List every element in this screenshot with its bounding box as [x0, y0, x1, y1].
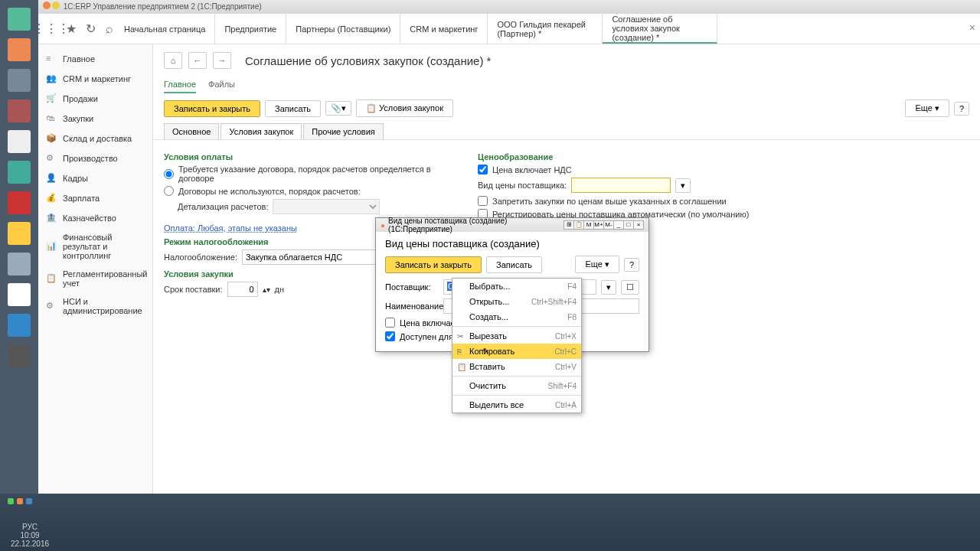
desktop-icon[interactable] [8, 8, 31, 31]
sidebar-item[interactable]: ⚙НСИ и администрирование [38, 292, 152, 320]
ban-checkbox[interactable] [478, 196, 488, 206]
sidebar-icon: 📦 [46, 133, 57, 144]
sidebar-item[interactable]: 👤Кадры [38, 168, 152, 188]
sidebar-item[interactable]: 🏦Казначейство [38, 208, 152, 228]
save-close-button[interactable]: Записать и закрыть [164, 100, 260, 117]
context-menu-item[interactable]: ОчиститьShift+F4 [452, 378, 581, 393]
sidebar-item[interactable]: 🛍Закупки [38, 109, 152, 129]
dlg-save-button[interactable]: Записать [486, 256, 542, 273]
search-icon[interactable]: ⌕ [103, 22, 115, 36]
desktop-icon[interactable] [8, 344, 31, 367]
desktop-icon[interactable] [8, 191, 31, 214]
attach-button[interactable]: 📎▾ [325, 101, 351, 116]
nav-tab[interactable]: Начальная страница [115, 14, 215, 44]
nav-tab[interactable]: Предприятие [215, 14, 286, 44]
tax-input[interactable] [242, 249, 395, 265]
vat-checkbox[interactable] [478, 165, 488, 174]
sidebar-icon: ⚙ [46, 153, 57, 164]
sidebar-item[interactable]: 📦Склад и доставка [38, 129, 152, 148]
apps-icon[interactable]: ⋮⋮⋮ [44, 22, 58, 36]
home-button[interactable]: ⌂ [164, 52, 182, 69]
inner-tabs: ОсновноеУсловия закупокПрочие условия [153, 123, 980, 140]
top-toolbar: ⋮⋮⋮ ★ ↻ ⌕ Начальная страницаПредприятиеП… [38, 14, 980, 44]
desktop-icon[interactable] [8, 99, 31, 122]
detail-select [273, 199, 380, 214]
sidebar-icon: 📋 [46, 273, 57, 284]
taskbar-clock[interactable]: РУС 10:09 22.12.2016 [11, 523, 49, 548]
dlg-btn[interactable]: M+ [593, 220, 604, 230]
desktop-icon[interactable] [8, 161, 31, 184]
dlg-avail-checkbox[interactable] [385, 331, 395, 341]
sidebar-icon: 💰 [46, 193, 57, 204]
context-menu-item[interactable]: Создать...F8 [452, 309, 581, 324]
desktop-icon[interactable] [8, 283, 31, 306]
dlg-save-close-button[interactable]: Записать и закрыть [385, 256, 482, 273]
supplier-dropdown[interactable]: ▾ [601, 280, 616, 295]
sidebar-item[interactable]: ≡Главное [38, 49, 152, 69]
desktop-icon[interactable] [8, 130, 31, 153]
nav-tab[interactable]: CRM и маркетинг [400, 14, 488, 44]
star-icon[interactable]: ★ [66, 22, 77, 36]
desktop-panel [0, 0, 38, 551]
sidebar-item[interactable]: ⚙Производство [38, 148, 152, 168]
inner-tab[interactable]: Прочие условия [303, 123, 383, 139]
nav-tab[interactable]: Соглашение об условиях закупок (создание… [603, 14, 717, 44]
context-menu-item[interactable]: Выделить всеCtrl+A [452, 397, 581, 412]
dlg-more-button[interactable]: Еще ▾ [575, 256, 619, 273]
back-button[interactable]: ← [188, 52, 207, 69]
desktop-icon[interactable] [8, 314, 31, 337]
dialog-titlebar[interactable]: ● Вид цены поставщика (создание) (1С:Пре… [376, 218, 648, 232]
save-button[interactable]: Записать [265, 100, 321, 117]
context-menu-item[interactable]: Открыть...Ctrl+Shift+F4 [452, 294, 581, 309]
more-button[interactable]: Еще ▾ [905, 99, 949, 117]
payment-link[interactable]: Оплата: Любая, этапы не указаны [164, 223, 297, 233]
forward-button[interactable]: → [213, 52, 231, 69]
dlg-help-button[interactable]: ? [624, 258, 639, 272]
inner-tab[interactable]: Основное [164, 123, 219, 139]
dlg-btn[interactable]: 📋 [573, 220, 584, 230]
context-menu: Выбрать...F4Открыть...Ctrl+Shift+F4Созда… [452, 278, 582, 413]
radio-nocontract[interactable] [164, 186, 174, 196]
context-menu-item[interactable]: ⎘КопироватьCtrl+C [452, 344, 581, 359]
dlg-close-icon[interactable]: × [633, 220, 644, 230]
sidebar-item[interactable]: 📊Финансовый результат и контроллинг [38, 228, 152, 265]
nav-tab[interactable]: Партнеры (Поставщики) [286, 14, 400, 44]
sidebar-icon: ⚙ [46, 301, 57, 311]
dlg-btn[interactable]: M- [603, 220, 614, 230]
sidebar-icon: 🛍 [46, 113, 57, 124]
context-menu-item[interactable]: ✂ВырезатьCtrl+X [452, 328, 581, 344]
page-title: Соглашение об условиях закупок (создание… [245, 54, 491, 67]
context-menu-item[interactable]: 📋ВставитьCtrl+V [452, 359, 581, 374]
dialog-heading: Вид цены поставщика (создание) [385, 238, 639, 249]
desktop-icon[interactable] [8, 69, 31, 92]
help-button[interactable]: ? [954, 102, 969, 116]
sidebar-item[interactable]: 🛒Продажи [38, 89, 152, 109]
inner-tab[interactable]: Условия закупок [220, 123, 302, 139]
dlg-btn[interactable]: ⊞ [564, 220, 574, 230]
nav-tabs: Начальная страницаПредприятиеПартнеры (П… [115, 14, 980, 44]
desktop-icon[interactable] [8, 222, 31, 245]
section-payment: Условия оплаты [164, 152, 455, 161]
dlg-vat-checkbox[interactable] [385, 318, 395, 328]
dlg-btn[interactable]: M [583, 220, 594, 230]
term-input[interactable] [227, 282, 258, 297]
desktop-icon[interactable] [8, 253, 31, 276]
dlg-min-icon[interactable]: _ [613, 220, 624, 230]
window-title: 1С:ERP Управление предприятием 2 (1С:Пре… [64, 2, 262, 11]
sidebar-item[interactable]: 📋Регламентированный учет [38, 265, 152, 292]
supplier-open[interactable]: ☐ [621, 280, 639, 295]
pricetype-dropdown[interactable]: ▾ [675, 178, 691, 193]
sidebar-icon: 🛒 [46, 93, 57, 104]
subtab-main[interactable]: Главное [164, 77, 196, 93]
subtab-files[interactable]: Файлы [208, 77, 235, 93]
desktop-icon[interactable] [8, 38, 31, 61]
radio-contract[interactable] [164, 169, 174, 179]
sidebar-item[interactable]: 💰Зарплата [38, 188, 152, 208]
nav-tab[interactable]: ООО Гильдия пекарей (Партнер) * [488, 14, 603, 44]
pricetype-input[interactable] [571, 178, 671, 193]
terms-button[interactable]: 📋 Условия закупок [356, 99, 453, 117]
dlg-max-icon[interactable]: □ [623, 220, 634, 230]
history-icon[interactable]: ↻ [85, 22, 96, 36]
sidebar-item[interactable]: 👥CRM и маркетинг [38, 69, 152, 89]
context-menu-item[interactable]: Выбрать...F4 [452, 279, 581, 294]
